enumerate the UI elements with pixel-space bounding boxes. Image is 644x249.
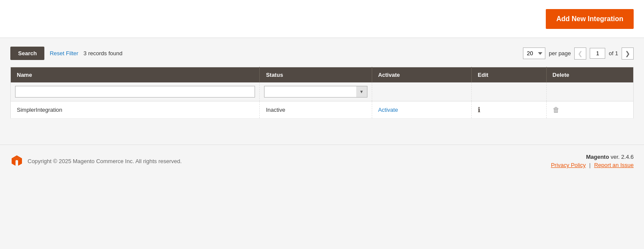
filter-status-select[interactable]: Active Inactive	[264, 86, 367, 98]
filter-row: Active Inactive ▼	[11, 82, 634, 101]
magento-logo-icon	[10, 154, 23, 167]
search-button[interactable]: Search	[10, 47, 44, 60]
col-header-edit: Edit	[472, 67, 547, 83]
report-issue-link[interactable]: Report an Issue	[594, 162, 634, 168]
row-delete-cell: 🗑	[546, 101, 633, 119]
integrations-table: Name Status Activate Edit Delete Active	[10, 67, 634, 119]
filter-status-wrapper: Active Inactive ▼	[264, 86, 367, 98]
info-icon: ℹ	[478, 106, 480, 113]
col-header-status: Status	[260, 67, 372, 83]
status-badge: Inactive	[266, 107, 285, 113]
version-line: Magento ver. 2.4.6	[551, 154, 634, 160]
add-integration-button[interactable]: Add New Integration	[546, 9, 634, 29]
reset-filter-button[interactable]: Reset Filter	[50, 50, 78, 57]
table-header-row: Name Status Activate Edit Delete	[11, 67, 634, 83]
filter-activate-cell	[372, 82, 471, 101]
filter-delete-cell	[546, 82, 633, 101]
filter-name-cell	[11, 82, 260, 101]
records-count: 3 records found	[84, 50, 122, 57]
edit-button[interactable]: ℹ	[478, 106, 480, 114]
per-page-wrapper: 20 30 50 100 200	[523, 47, 545, 59]
page-header: Add New Integration	[0, 0, 644, 38]
toolbar: Search Reset Filter 3 records found 20 3…	[10, 47, 634, 60]
col-header-name: Name	[11, 67, 260, 83]
trash-icon: 🗑	[553, 106, 560, 113]
col-header-activate: Activate	[372, 67, 471, 83]
main-content: Search Reset Filter 3 records found 20 3…	[0, 38, 644, 127]
row-activate-cell: Activate	[372, 101, 471, 119]
delete-button[interactable]: 🗑	[553, 106, 560, 114]
prev-page-button[interactable]: ❮	[574, 47, 586, 60]
row-edit-cell: ℹ	[472, 101, 547, 119]
filter-edit-cell	[472, 82, 547, 101]
table-row: SimplerIntegration Inactive Activate ℹ 🗑	[11, 101, 634, 119]
filter-status-cell: Active Inactive ▼	[260, 82, 372, 101]
pagination: 20 30 50 100 200 per page ❮ of 1 ❯	[523, 47, 634, 60]
col-header-delete: Delete	[546, 67, 633, 83]
svg-marker-2	[14, 158, 19, 166]
footer-links: Privacy Policy | Report an Issue	[551, 162, 634, 168]
filter-name-input[interactable]	[15, 86, 255, 98]
row-name-cell: SimplerIntegration	[11, 101, 260, 119]
integration-name: SimplerIntegration	[17, 107, 62, 113]
per-page-label: per page	[549, 50, 571, 57]
footer-left: Copyright © 2025 Magento Commerce Inc. A…	[10, 154, 182, 167]
version-text: ver. 2.4.6	[611, 154, 634, 160]
footer-link-separator: |	[589, 162, 591, 168]
footer-copyright: Copyright © 2025 Magento Commerce Inc. A…	[28, 158, 182, 164]
page-of-label: of 1	[609, 50, 618, 57]
per-page-select[interactable]: 20 30 50 100 200	[523, 47, 545, 59]
page-number-input[interactable]	[590, 48, 605, 59]
page-footer: Copyright © 2025 Magento Commerce Inc. A…	[0, 145, 644, 177]
footer-right: Magento ver. 2.4.6 Privacy Policy | Repo…	[551, 154, 634, 168]
brand-name: Magento	[586, 154, 609, 160]
privacy-policy-link[interactable]: Privacy Policy	[551, 162, 586, 168]
activate-link[interactable]: Activate	[378, 107, 398, 113]
next-page-button[interactable]: ❯	[622, 47, 634, 60]
row-status-cell: Inactive	[260, 101, 372, 119]
